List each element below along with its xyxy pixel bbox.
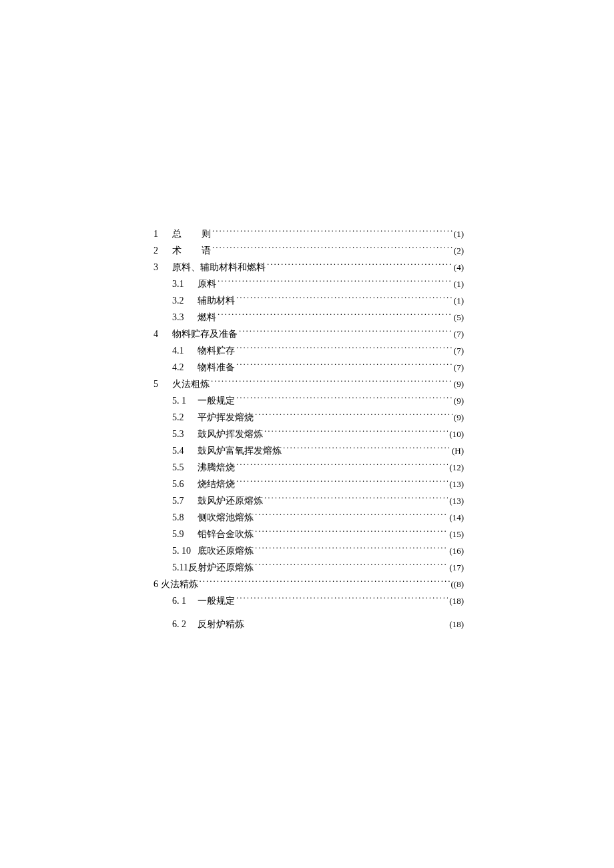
toc-entry: 5. 10底吹还原熔炼 (16) [154, 542, 464, 559]
toc-page-number: (14) [449, 509, 464, 526]
toc-leader-dots [235, 394, 452, 404]
toc-title: 鼓风炉还原熔炼 [198, 492, 263, 509]
toc-num: 3 [154, 259, 172, 276]
toc-entry: 5.4鼓风炉富氧挥发熔炼 (H) [154, 442, 464, 459]
toc-leader-dots [263, 494, 448, 504]
toc-title: 术语 [172, 242, 211, 259]
toc-page-number: (15) [449, 526, 464, 542]
toc-entry: 4.1物料贮存 (7) [154, 342, 464, 359]
toc-leader-dots [198, 578, 450, 587]
toc-subnum: 5. 1 [172, 392, 198, 409]
toc-leader-dots [254, 511, 448, 520]
toc-leader-dots [211, 228, 452, 237]
toc-entry: 6 火法精炼 ((8) [154, 576, 464, 592]
toc-subnum: 5.3 [172, 426, 198, 442]
toc-leader-dots [282, 444, 450, 454]
toc-subnum: 3.3 [172, 309, 198, 326]
toc-entry: 3.2辅助材料 (1) [154, 292, 464, 309]
toc-title: 6 火法精炼 [154, 576, 198, 592]
toc-entry: 2术语(2) [154, 242, 464, 259]
toc-page-number: (18) [449, 616, 464, 632]
toc-leader-dots [235, 361, 452, 370]
toc-title: 烧结焙烧 [198, 476, 235, 492]
toc-num: 5 [154, 376, 172, 392]
toc-subnum: 5.7 [172, 492, 198, 509]
toc-subnum: 5.5 [172, 459, 198, 476]
toc-entry: 5.2平炉挥发熔烧 (9) [154, 409, 464, 426]
toc-page-number: (2) [454, 242, 464, 259]
toc-leader-dots [211, 244, 452, 254]
toc-leader-dots [216, 278, 452, 287]
toc-title: 辅助材料 [198, 292, 235, 309]
toc-title: 物料贮存及准备 [172, 326, 238, 342]
toc-entry: 3原料、辅助材料和燃料 (4) [154, 259, 464, 276]
toc-page-number: (7) [454, 342, 464, 359]
toc-subnum: 5.2 [172, 409, 198, 426]
toc-page-number: (9) [454, 376, 464, 392]
toc-subnum: 6. 1 [172, 592, 198, 609]
toc-leader-dots [235, 344, 452, 354]
toc-subnum: 5.4 [172, 442, 198, 459]
toc-entry: 3.3燃料 (5) [154, 309, 464, 326]
toc-subnum: 5.8 [172, 509, 198, 526]
toc-title: 物料贮存 [198, 342, 235, 359]
toc-entry: 4.2物料准备 (7) [154, 359, 464, 376]
toc-page-number: (17) [449, 559, 464, 576]
toc-page-number: (10) [449, 426, 464, 442]
toc-leader-dots [254, 544, 448, 554]
toc-page-number: (18) [449, 592, 464, 609]
toc-subnum: 5. 10 [172, 542, 198, 559]
toc-page-number: (1) [454, 276, 464, 292]
toc-page-number: (13) [449, 476, 464, 492]
toc-leader-dots [235, 461, 448, 470]
toc-leader-dots [235, 594, 448, 604]
toc-title: 反射炉精炼 [198, 616, 244, 632]
toc-num: 2 [154, 242, 172, 259]
toc-page-number: (13) [449, 492, 464, 509]
toc-entry: 5.9铅锌合金吹炼 (15) [154, 526, 464, 542]
toc-subnum: 6. 2 [172, 616, 198, 632]
toc-entry: 6. 1一般规定 (18) [154, 592, 464, 609]
document-page: 1总则(1)2术语(2)3原料、辅助材料和燃料 (4)3.1原料 (1)3.2辅… [0, 0, 614, 868]
toc-page-number: (16) [449, 542, 464, 559]
toc-page-number: (1) [454, 292, 464, 309]
toc-num: 1 [154, 226, 172, 242]
toc-subnum: 5.6 [172, 476, 198, 492]
toc-leader-dots [235, 294, 452, 304]
table-of-contents: 1总则(1)2术语(2)3原料、辅助材料和燃料 (4)3.1原料 (1)3.2辅… [154, 226, 464, 632]
toc-title: 鼓风炉挥发熔炼 [198, 426, 263, 442]
toc-page-number: (12) [449, 459, 464, 476]
toc-page-number: (4) [454, 259, 464, 276]
toc-entry: 1总则(1) [154, 226, 464, 242]
toc-leader-dots [254, 528, 448, 537]
toc-subnum: 5.9 [172, 526, 198, 542]
toc-title: 侧吹熔池熔炼 [198, 509, 254, 526]
toc-title: 原料、辅助材料和燃料 [172, 259, 266, 276]
toc-entry: 5. 1一般规定 (9) [154, 392, 464, 409]
toc-num: 4 [154, 326, 172, 342]
toc-entry: 5.5沸腾焙烧 (12) [154, 459, 464, 476]
toc-leader-dots [266, 261, 452, 270]
toc-title: 总则 [172, 226, 211, 242]
toc-page-number: (H) [452, 442, 464, 459]
toc-title: 火法粗炼 [172, 376, 210, 392]
toc-entry: 5.11反射炉还原熔炼(17) [154, 559, 464, 576]
toc-leader-dots [238, 328, 452, 337]
toc-page-number: (9) [454, 392, 464, 409]
toc-page-number: (5) [454, 309, 464, 326]
toc-leader-dots [210, 378, 452, 387]
toc-page-number: (9) [454, 409, 464, 426]
toc-entry: 6. 2反射炉精炼(18) [154, 616, 464, 632]
toc-subnum: 4.2 [172, 359, 198, 376]
toc-entry: 5火法粗炼 (9) [154, 376, 464, 392]
toc-leader-dots [216, 311, 452, 320]
toc-title: 一般规定 [198, 592, 235, 609]
toc-page-number: (7) [454, 359, 464, 376]
toc-title: 一般规定 [198, 392, 235, 409]
toc-title: 5.11反射炉还原熔炼 [172, 559, 254, 576]
toc-entry: 5.3鼓风炉挥发熔炼 (10) [154, 426, 464, 442]
toc-subnum: 3.2 [172, 292, 198, 309]
toc-entry: 3.1原料 (1) [154, 276, 464, 292]
toc-subnum: 3.1 [172, 276, 198, 292]
toc-title: 原料 [198, 276, 216, 292]
